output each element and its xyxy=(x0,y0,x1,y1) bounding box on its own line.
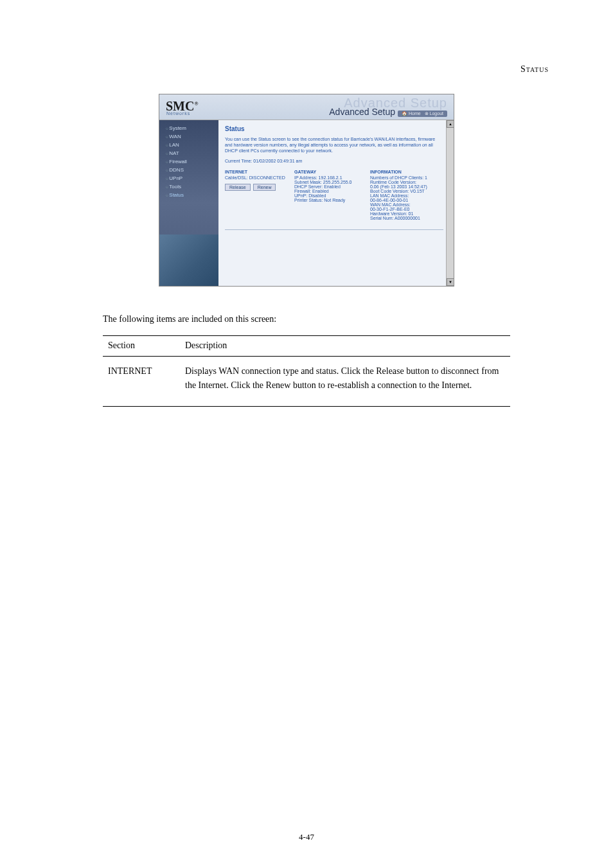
internet-status: Cable/DSL: DISCONNECTED xyxy=(225,175,289,180)
td-description: Displays WAN connection type and status.… xyxy=(180,356,510,406)
th-section: Section xyxy=(103,336,180,356)
info-line: Serial Num: A000000001 xyxy=(370,216,447,220)
sidebar-item-nat[interactable]: NAT xyxy=(159,149,218,157)
sidebar-item-system[interactable]: System xyxy=(159,124,218,132)
internet-column: INTERNET Cable/DSL: DISCONNECTED Release… xyxy=(225,170,289,220)
scrollbar[interactable]: ▲ ▼ xyxy=(446,120,454,286)
page-section-header: Status xyxy=(64,64,549,75)
table-row: INTERNET Displays WAN connection type an… xyxy=(103,356,510,406)
home-link[interactable]: 🏠 Home xyxy=(402,111,421,116)
current-time: Current Time: 01/02/2002 03:49:31 am xyxy=(225,159,447,163)
screenshot-header: SMC® Networks Advanced Setup Advanced Se… xyxy=(159,94,454,120)
gateway-title: GATEWAY xyxy=(294,170,365,174)
title-area: Advanced Setup Advanced Setup 🏠 Home ⊗ L… xyxy=(329,96,447,117)
content-divider xyxy=(225,229,443,230)
body-text: The following items are included on this… xyxy=(103,312,510,407)
gateway-line: Firewall: Enabled xyxy=(294,189,365,193)
top-links: 🏠 Home ⊗ Logout xyxy=(398,111,447,117)
content-area: Status You can use the Status screen to … xyxy=(218,120,454,286)
sidebar-item-wan[interactable]: WAN xyxy=(159,132,218,141)
logout-link[interactable]: ⊗ Logout xyxy=(425,111,443,116)
page-number: 4-47 xyxy=(0,832,613,842)
sidebar-item-status[interactable]: Status xyxy=(159,191,218,199)
sidebar-item-ddns[interactable]: DDNS xyxy=(159,166,218,174)
sidebar: System WAN LAN NAT Firewall DDNS UPnP To… xyxy=(159,120,218,286)
sidebar-item-upnp[interactable]: UPnP xyxy=(159,174,218,182)
sidebar-image xyxy=(159,235,218,286)
internet-title: INTERNET xyxy=(225,170,289,174)
gateway-line: Printer Status: Not Ready xyxy=(294,198,365,202)
gateway-line: Subnet Mask: 255.255.255.0 xyxy=(294,180,365,184)
sidebar-item-firewall[interactable]: Firewall xyxy=(159,157,218,166)
release-button[interactable]: Release xyxy=(225,184,251,191)
status-columns: INTERNET Cable/DSL: DISCONNECTED Release… xyxy=(225,170,447,220)
info-line: 00-30-F1-2F-BE-E0 xyxy=(370,207,447,211)
content-title: Status xyxy=(225,125,447,132)
router-screenshot: SMC® Networks Advanced Setup Advanced Se… xyxy=(159,94,454,287)
screenshot-body: System WAN LAN NAT Firewall DDNS UPnP To… xyxy=(159,120,454,286)
info-line: Boot Code Version: V0.15T xyxy=(370,189,447,193)
info-line: 00-86-4E-00-00-01 xyxy=(370,198,447,202)
sidebar-item-tools[interactable]: Tools xyxy=(159,182,218,191)
info-title: INFORMATION xyxy=(370,170,447,174)
intro-paragraph: The following items are included on this… xyxy=(103,312,510,326)
gateway-line: UPnP: Disabled xyxy=(294,193,365,198)
sidebar-item-lan[interactable]: LAN xyxy=(159,141,218,149)
section-table: Section Description INTERNET Displays WA… xyxy=(103,335,510,406)
info-line: Runtime Code Version: xyxy=(370,180,447,184)
info-line: 0.06 (Feb 13 2003 14:52:47) xyxy=(370,184,447,189)
th-description: Description xyxy=(180,336,510,356)
scroll-down-button[interactable]: ▼ xyxy=(447,278,454,286)
info-line: LAN MAC Address: xyxy=(370,193,447,198)
info-line: WAN MAC Address: xyxy=(370,202,447,207)
renew-button[interactable]: Renew xyxy=(253,184,276,191)
gateway-line: DHCP Server: Enabled xyxy=(294,184,365,189)
info-line: Numbers of DHCP Clients: 1 xyxy=(370,175,447,180)
logo-block: SMC® Networks xyxy=(159,99,198,116)
info-line: Hardware Version: 01 xyxy=(370,211,447,216)
td-section: INTERNET xyxy=(103,356,180,406)
content-description: You can use the Status screen to see the… xyxy=(225,136,437,154)
information-column: INFORMATION Numbers of DHCP Clients: 1 R… xyxy=(370,170,447,220)
page-title: Advanced Setup xyxy=(329,107,395,117)
scroll-up-button[interactable]: ▲ xyxy=(447,120,454,128)
gateway-line: IP Address: 192.168.2.1 xyxy=(294,175,365,180)
gateway-column: GATEWAY IP Address: 192.168.2.1 Subnet M… xyxy=(294,170,365,220)
